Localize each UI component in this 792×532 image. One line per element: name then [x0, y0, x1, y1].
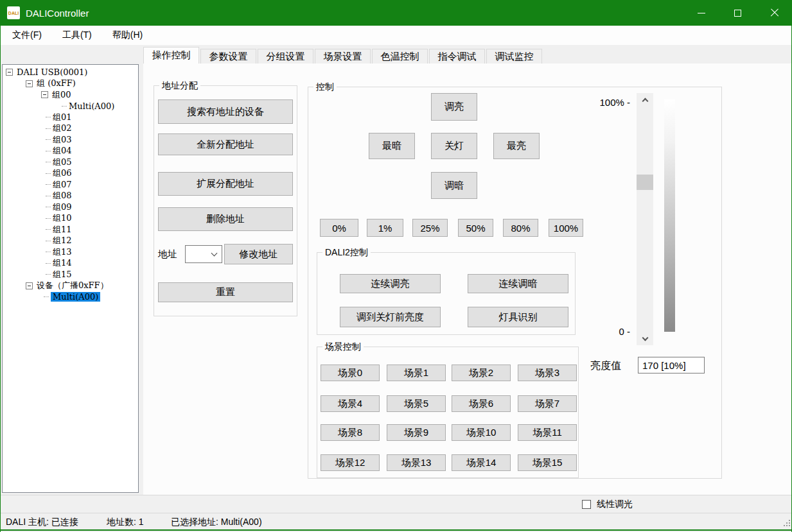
- search-addressed-devices-button[interactable]: 搜索有地址的设备: [158, 99, 293, 124]
- brightness-min-label: 0 -: [593, 326, 630, 337]
- scene-9-button[interactable]: 场景9: [387, 424, 446, 441]
- tab-debug-monitor[interactable]: 调试监控: [486, 49, 542, 64]
- tree-item-group04[interactable]: 组04: [46, 146, 138, 157]
- luminaire-identify-button[interactable]: 灯具识别: [468, 307, 568, 327]
- address-label: 地址: [158, 248, 177, 261]
- percent-25-button[interactable]: 25%: [412, 219, 448, 237]
- goto-last-level-button[interactable]: 调到关灯前亮度: [340, 307, 441, 327]
- tree-item-group10[interactable]: 组10: [46, 213, 138, 225]
- scene-control-title: 场景控制: [322, 341, 364, 353]
- tab-strip: 操作控制 参数设置 分组设置 场景设置 色温控制 指令调试 调试监控: [143, 47, 543, 64]
- brightness-scrollbar-thumb[interactable]: [637, 175, 653, 190]
- percent-0-button[interactable]: 0%: [320, 219, 358, 237]
- tree-item-group11[interactable]: 组11: [46, 224, 138, 236]
- tab-parameter-settings[interactable]: 参数设置: [200, 49, 256, 64]
- close-button[interactable]: [756, 0, 792, 26]
- continuous-dim-up-button[interactable]: 连续调亮: [340, 274, 441, 293]
- dim-down-button[interactable]: 调暗: [431, 172, 477, 199]
- scene-1-button[interactable]: 场景1: [387, 365, 446, 381]
- percent-100-button[interactable]: 100%: [549, 219, 583, 237]
- tree-item-multi-a00[interactable]: Multi(A00): [62, 101, 138, 112]
- app-icon: DALI: [7, 6, 20, 19]
- tree-item-group13[interactable]: 组13: [46, 246, 138, 258]
- assign-new-address-button[interactable]: 全新分配地址: [158, 133, 293, 155]
- scene-8-button[interactable]: 场景8: [321, 424, 380, 441]
- scene-6-button[interactable]: 场景6: [452, 395, 511, 412]
- scene-4-button[interactable]: 场景4: [321, 395, 380, 412]
- status-address-count: 地址数: 1: [107, 513, 144, 530]
- resize-grip-icon[interactable]: [784, 520, 790, 526]
- tree-item-group15[interactable]: 组15: [46, 269, 138, 280]
- app-window: DALI DALIController 文件(F) 工具(T) 帮助(H) DA…: [0, 0, 792, 532]
- scene-11-button[interactable]: 场景11: [518, 424, 577, 441]
- scene-15-button[interactable]: 场景15: [518, 454, 577, 471]
- tab-command-debug[interactable]: 指令调试: [429, 49, 485, 64]
- tab-scene-settings[interactable]: 场景设置: [315, 49, 371, 64]
- percent-80-button[interactable]: 80%: [503, 219, 538, 237]
- chevron-up-icon: [642, 98, 648, 104]
- brightness-gradient-bar: [664, 99, 675, 332]
- collapse-icon[interactable]: [6, 69, 13, 76]
- status-selected-address: 已选择地址: Multi(A00): [171, 513, 262, 530]
- tree-item-dali-usb[interactable]: DALI USB(0001): [6, 67, 138, 78]
- percent-1-button[interactable]: 1%: [367, 219, 403, 237]
- status-connection: DALI 主机: 已连接: [6, 513, 78, 530]
- tab-operation-control[interactable]: 操作控制: [143, 47, 199, 64]
- address-combobox[interactable]: [185, 245, 222, 263]
- window-title: DALIController: [26, 8, 89, 19]
- tree-item-device-broadcast[interactable]: 设备（广播0xFF）: [26, 280, 138, 292]
- extend-assign-address-button[interactable]: 扩展分配地址: [158, 172, 293, 196]
- tree-item-group03[interactable]: 组03: [46, 134, 138, 146]
- scene-0-button[interactable]: 场景0: [321, 365, 380, 381]
- address-allocation-title: 地址分配: [159, 80, 200, 92]
- tree-item-group05[interactable]: 组05: [46, 157, 138, 168]
- tree-item-group06[interactable]: 组06: [46, 168, 138, 180]
- brightness-value-box[interactable]: 170 [10%]: [638, 357, 705, 373]
- scene-5-button[interactable]: 场景5: [387, 395, 446, 412]
- scene-2-button[interactable]: 场景2: [452, 365, 511, 381]
- scroll-up-button[interactable]: [637, 93, 653, 106]
- tree-item-group01[interactable]: 组01: [46, 112, 138, 123]
- menu-help[interactable]: 帮助(H): [103, 26, 152, 44]
- scene-14-button[interactable]: 场景14: [452, 454, 511, 471]
- tree-item-multi-a00-selected[interactable]: Multi(A00): [44, 291, 138, 303]
- light-off-button[interactable]: 关灯: [431, 133, 477, 159]
- menu-file[interactable]: 文件(F): [3, 26, 51, 44]
- scene-12-button[interactable]: 场景12: [321, 454, 380, 471]
- tree-item-group02[interactable]: 组02: [46, 123, 138, 135]
- scroll-down-button[interactable]: [637, 332, 653, 345]
- collapse-icon[interactable]: [41, 91, 48, 98]
- tab-color-temp-control[interactable]: 色温控制: [372, 49, 428, 64]
- tree-item-group12[interactable]: 组12: [46, 236, 138, 247]
- minimize-button[interactable]: [683, 0, 719, 26]
- dim-up-button[interactable]: 调亮: [431, 93, 477, 121]
- collapse-icon[interactable]: [26, 80, 33, 87]
- maximize-button[interactable]: [719, 0, 756, 26]
- scene-3-button[interactable]: 场景3: [518, 365, 577, 381]
- tab-group-settings[interactable]: 分组设置: [258, 49, 313, 64]
- reset-button[interactable]: 重置: [158, 282, 293, 302]
- tree-item-group00[interactable]: 组00: [41, 89, 138, 101]
- min-brightness-button[interactable]: 最暗: [369, 133, 415, 159]
- continuous-dim-down-button[interactable]: 连续调暗: [468, 274, 568, 293]
- menu-tools[interactable]: 工具(T): [53, 26, 101, 44]
- tree-item-group14[interactable]: 组14: [46, 258, 138, 270]
- tree-item-group08[interactable]: 组08: [46, 191, 138, 202]
- brightness-scrollbar[interactable]: [637, 93, 653, 345]
- linear-dim-label: 线性调光: [597, 499, 633, 510]
- scene-13-button[interactable]: 场景13: [387, 454, 446, 471]
- brightness-value-label: 亮度值: [590, 359, 621, 373]
- linear-dim-checkbox[interactable]: [582, 500, 591, 509]
- percent-50-button[interactable]: 50%: [458, 219, 493, 237]
- operation-control-page: 地址分配 搜索有地址的设备 全新分配地址 扩展分配地址 删除地址 地址 修改地址…: [143, 64, 792, 495]
- collapse-icon[interactable]: [26, 282, 33, 289]
- status-bar: DALI 主机: 已连接 地址数: 1 已选择地址: Multi(A00): [1, 513, 792, 531]
- modify-address-button[interactable]: 修改地址: [224, 244, 293, 264]
- scene-10-button[interactable]: 场景10: [452, 424, 511, 441]
- max-brightness-button[interactable]: 最亮: [493, 133, 540, 159]
- tree-item-group-root[interactable]: 组 (0xFF): [26, 78, 138, 90]
- delete-address-button[interactable]: 删除地址: [158, 207, 293, 231]
- tree-item-group07[interactable]: 组07: [46, 179, 138, 191]
- tree-item-group09[interactable]: 组09: [46, 202, 138, 213]
- scene-7-button[interactable]: 场景7: [518, 395, 577, 412]
